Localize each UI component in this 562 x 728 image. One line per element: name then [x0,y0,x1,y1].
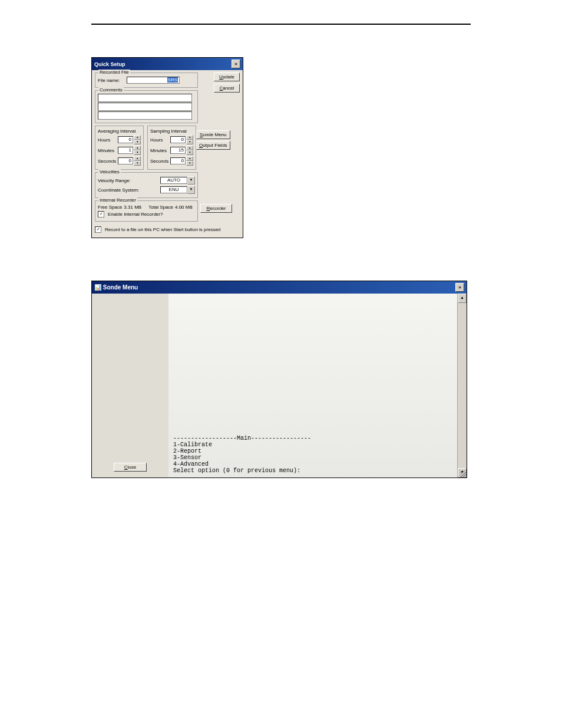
sonde-menu-title: 📊 Sonde Menu [94,284,138,291]
internal-recorder-group: Internal Recorder Free Space 3.31 MB Tot… [95,200,198,222]
total-space-value: 4.00 MB [175,205,193,210]
chevron-down-icon[interactable]: ▼ [187,176,195,185]
menu-item-calibrate: 1-Calibrate [173,442,452,448]
comments-legend: Comments [98,87,124,93]
avg-seconds-label: Seconds [98,159,118,164]
comments-line3[interactable] [98,111,192,120]
velocity-range-label: Velocity Range: [98,178,131,183]
samp-legend: Sampling Interval [150,129,187,134]
recorded-file-legend: Recorded File [98,70,130,75]
avg-hours-input[interactable]: 0 [118,136,133,143]
close-icon[interactable]: × [232,60,240,68]
free-space-label: Free Space [98,205,122,210]
avg-minutes-label: Minutes [98,148,118,153]
avg-hours-label: Hours [98,137,118,143]
sonde-menu-window: 📊 Sonde Menu × Close ------------------M… [91,281,467,478]
terminal-prompt: Select option (0 for previous menu): [173,467,452,474]
recorder-button[interactable]: Recorder [200,204,232,213]
sampling-interval-group: Sampling Interval Hours 0 ▴▾ Minutes 15 … [147,126,196,170]
sonde-left-panel: Close [92,294,168,477]
avg-seconds-input[interactable]: 0 [118,157,133,164]
free-space-value: 3.31 MB [124,205,141,210]
scroll-up-icon[interactable]: ▲ [458,294,467,303]
coord-system-dropdown[interactable]: ENU ▼ [160,186,195,194]
menu-item-advanced: 4-Advanced [173,461,452,467]
output-fields-button[interactable]: Output Fields [196,141,230,150]
close-icon[interactable]: × [455,283,464,292]
menu-item-report: 2-Report [173,448,452,454]
avg-minutes-spinner[interactable]: ▴▾ [134,146,141,155]
resize-grip-icon[interactable] [459,470,467,477]
internal-recorder-legend: Internal Recorder [98,197,137,203]
enable-recorder-checkbox[interactable]: ✓ [98,211,104,218]
velocities-group: Velocities Velocity Range: AUTO ▼ Coordi… [95,172,198,198]
cancel-button[interactable]: Cancel [214,84,240,93]
avg-seconds-spinner[interactable]: ▴▾ [134,156,141,166]
quick-setup-titlebar: Quick Setup × [92,58,243,70]
samp-hours-label: Hours [150,137,170,143]
terminal-output[interactable]: ------------------Main----------------- … [168,294,457,477]
total-space-label: Total Space [148,205,173,210]
enable-recorder-label: Enable Internal Recorder? [108,212,163,217]
record-to-pc-label: Record to a file on this PC when Start b… [105,227,221,232]
avg-legend: Averaging Interval [98,129,135,134]
close-button[interactable]: Close [114,463,147,472]
samp-hours-spinner[interactable]: ▴▾ [186,135,193,144]
samp-seconds-label: Seconds [150,159,170,164]
sonde-menu-titlebar: 📊 Sonde Menu × [92,281,467,294]
sonde-menu-button[interactable]: Sonde Menu [196,130,230,139]
averaging-interval-group: Averaging Interval Hours 0 ▴▾ Minutes 1 … [95,126,144,170]
velocities-legend: Velocities [98,169,121,174]
comments-group: Comments [95,90,198,123]
samp-minutes-label: Minutes [150,148,170,153]
samp-hours-input[interactable]: 0 [170,136,186,143]
update-button[interactable]: Update [214,73,240,81]
samp-seconds-spinner[interactable]: ▴▾ [186,156,193,166]
avg-hours-spinner[interactable]: ▴▾ [134,135,141,144]
quick-setup-title: Quick Setup [94,61,125,67]
samp-minutes-spinner[interactable]: ▴▾ [186,146,193,155]
comments-line1[interactable] [98,94,192,102]
menu-item-sensor: 3-Sensor [173,454,452,461]
filename-input[interactable]: SRS [127,77,180,84]
samp-minutes-input[interactable]: 15 [170,147,186,154]
vertical-scrollbar[interactable]: ▲ ▼ [457,294,467,477]
chevron-down-icon[interactable]: ▼ [187,186,195,194]
quick-setup-dialog: Quick Setup × Update Cancel Recorded Fil… [91,57,243,238]
velocity-range-dropdown[interactable]: AUTO ▼ [160,176,195,185]
samp-seconds-input[interactable]: 0 [170,157,186,164]
recorded-file-group: Recorded File File name: SRS [95,73,198,88]
filename-label: File name: [98,78,125,83]
record-to-pc-checkbox[interactable]: ✓ [95,226,101,233]
terminal-header: ------------------Main----------------- [173,435,452,442]
coord-system-label: Coordinate System: [98,187,139,193]
avg-minutes-input[interactable]: 1 [118,147,133,154]
comments-line2[interactable] [98,103,192,111]
